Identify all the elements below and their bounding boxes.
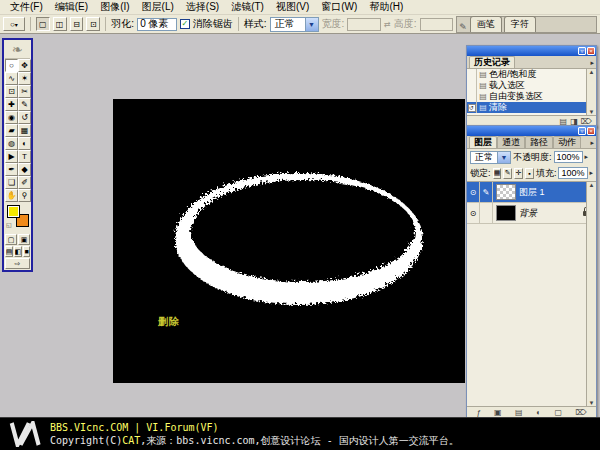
layer-row-background[interactable]: ⊙ 背景 <box>467 203 596 224</box>
palette-menu-icon[interactable]: ▸ <box>590 139 594 147</box>
path-select-tool-button[interactable]: ▶ <box>5 150 18 163</box>
new-layer-button[interactable]: ▢ <box>554 408 562 418</box>
menu-select[interactable]: 选择(S) <box>180 0 225 14</box>
scroll-down-icon[interactable]: ▼ <box>589 109 595 115</box>
close-icon[interactable]: × <box>587 127 595 135</box>
marquee-tool-button[interactable]: ○ <box>5 59 18 72</box>
blend-mode-dropdown[interactable]: 正常 ▼ <box>470 151 511 164</box>
gradient-tool-button[interactable]: ▦ <box>18 124 31 137</box>
new-selection-button[interactable]: ▢ <box>36 17 50 31</box>
layer-mask-button[interactable]: ▣ <box>494 408 502 418</box>
layers-scrollbar[interactable]: ▲ ▼ <box>586 182 596 406</box>
layer-name[interactable]: 背景 <box>519 207 583 220</box>
history-source-well[interactable] <box>467 69 477 80</box>
move-tool-button[interactable]: ✥ <box>18 59 31 72</box>
standard-mode-button[interactable]: ▢ <box>5 234 17 245</box>
tab-history[interactable]: 历史记录 <box>469 56 515 68</box>
menu-view[interactable]: 视图(V) <box>270 0 315 14</box>
zoom-tool-button[interactable]: ⚲ <box>18 189 31 202</box>
scroll-up-icon[interactable]: ▲ <box>589 182 595 188</box>
layer-row-layer1[interactable]: ⊙ ✎ 图层 1 <box>467 182 596 203</box>
scroll-down-icon[interactable]: ▼ <box>589 400 595 406</box>
add-selection-button[interactable]: ◫ <box>53 17 67 31</box>
history-item-clear[interactable]: ↺ ▤ 清除 <box>467 102 596 113</box>
layer-thumbnail[interactable] <box>496 184 516 200</box>
history-title-bar[interactable]: ▿ × <box>467 46 596 56</box>
intersect-selection-button[interactable]: ⊡ <box>86 17 100 31</box>
shape-tool-button[interactable]: ◆ <box>18 163 31 176</box>
brush-tool-button[interactable]: ✎ <box>18 98 31 111</box>
collapse-icon[interactable]: ▿ <box>578 47 586 55</box>
tab-paths[interactable]: 路径 <box>525 136 553 148</box>
lock-all-button[interactable]: ▪ <box>525 168 534 179</box>
feather-input[interactable]: 0 像素 <box>137 18 177 31</box>
blur-tool-button[interactable]: ◍ <box>5 137 18 150</box>
style-dropdown[interactable]: 正常 ▼ <box>270 17 319 32</box>
collapse-icon[interactable]: ▿ <box>578 127 586 135</box>
width-input[interactable] <box>347 18 381 31</box>
dodge-tool-button[interactable]: ◐ <box>18 137 31 150</box>
history-source-well[interactable] <box>467 91 477 102</box>
menu-filter[interactable]: 滤镜(T) <box>225 0 270 14</box>
history-source-well[interactable]: ↺ <box>467 102 477 113</box>
healing-brush-tool-button[interactable]: ✚ <box>5 98 18 111</box>
menu-layer[interactable]: 图层(L) <box>136 0 180 14</box>
tool-preset-picker[interactable]: ○▾ <box>3 17 25 31</box>
opacity-input[interactable]: 100% <box>554 151 583 163</box>
tab-layers[interactable]: 图层 <box>469 136 497 148</box>
type-tool-button[interactable]: T <box>18 150 31 163</box>
layer-thumbnail[interactable] <box>496 205 516 221</box>
lasso-tool-button[interactable]: ∿ <box>5 72 18 85</box>
history-item-free-transform-selection[interactable]: ▤ 自由变换选区 <box>467 91 596 102</box>
antialias-checkbox[interactable]: ✓ <box>180 19 190 29</box>
menu-window[interactable]: 窗口(W) <box>315 0 363 14</box>
layers-title-bar[interactable]: ▿ × <box>467 126 596 136</box>
adjustment-layer-button[interactable]: ◐ <box>536 408 541 418</box>
fill-input[interactable]: 100% <box>558 167 587 179</box>
jump-to-imageready-button[interactable]: ⇨ <box>5 258 30 269</box>
layer-name[interactable]: 图层 1 <box>519 186 596 199</box>
visibility-eye-icon[interactable]: ⊙ <box>467 182 480 203</box>
adobe-logo-icon[interactable]: ❧ <box>5 41 30 59</box>
default-colors-icon[interactable]: ◱ <box>6 221 14 229</box>
pen-tool-button[interactable]: ✒ <box>5 163 18 176</box>
eraser-tool-button[interactable]: ▰ <box>5 124 18 137</box>
tab-actions[interactable]: 动作 <box>553 136 581 148</box>
well-tab-brushes[interactable]: 画笔 <box>470 16 502 32</box>
document-canvas[interactable]: 删除 <box>113 99 465 383</box>
clone-stamp-tool-button[interactable]: ◉ <box>5 111 18 124</box>
magic-wand-tool-button[interactable]: ✶ <box>18 72 31 85</box>
fullscreen-mode-button[interactable]: ■ <box>23 246 30 257</box>
slider-arrow-icon[interactable]: ▸ <box>590 169 594 177</box>
foreground-color-swatch[interactable] <box>7 205 20 218</box>
notes-tool-button[interactable]: ❏ <box>5 176 18 189</box>
layer-style-button[interactable]: ƒ <box>476 408 480 418</box>
palette-menu-icon[interactable]: ▸ <box>590 59 594 67</box>
lock-position-button[interactable]: ✛ <box>514 168 523 179</box>
crop-tool-button[interactable]: ⊡ <box>5 85 18 98</box>
brush-preset-icon[interactable]: ✎ <box>459 22 467 32</box>
menu-help[interactable]: 帮助(H) <box>363 0 409 14</box>
menu-edit[interactable]: 编辑(E) <box>49 0 94 14</box>
well-tab-character[interactable]: 字符 <box>504 16 536 32</box>
lock-pixels-button[interactable]: ✎ <box>503 168 512 179</box>
delete-layer-button[interactable]: ⌦ <box>575 408 586 418</box>
lock-transparency-button[interactable]: ▦ <box>493 168 502 179</box>
height-input[interactable] <box>420 18 454 31</box>
scroll-up-icon[interactable]: ▲ <box>589 69 595 75</box>
quick-mask-mode-button[interactable]: ▣ <box>18 234 30 245</box>
visibility-eye-icon[interactable]: ⊙ <box>467 203 480 224</box>
menu-file[interactable]: 文件(F) <box>4 0 49 14</box>
layer-set-button[interactable]: ▤ <box>515 408 523 418</box>
history-source-well[interactable] <box>467 80 477 91</box>
swap-dimensions-icon[interactable]: ⇄ <box>384 20 391 29</box>
tab-channels[interactable]: 通道 <box>497 136 525 148</box>
hand-tool-button[interactable]: ✋ <box>5 189 18 202</box>
eyedropper-tool-button[interactable]: ✐ <box>18 176 31 189</box>
history-brush-tool-button[interactable]: ↺ <box>18 111 31 124</box>
history-scrollbar[interactable]: ▲ ▼ <box>586 69 596 115</box>
history-item-hue-saturation[interactable]: ▤ 色相/饱和度 <box>467 69 596 80</box>
slice-tool-button[interactable]: ✂ <box>18 85 31 98</box>
standard-screen-mode-button[interactable]: ▤ <box>5 246 13 257</box>
subtract-selection-button[interactable]: ⊟ <box>70 17 84 31</box>
